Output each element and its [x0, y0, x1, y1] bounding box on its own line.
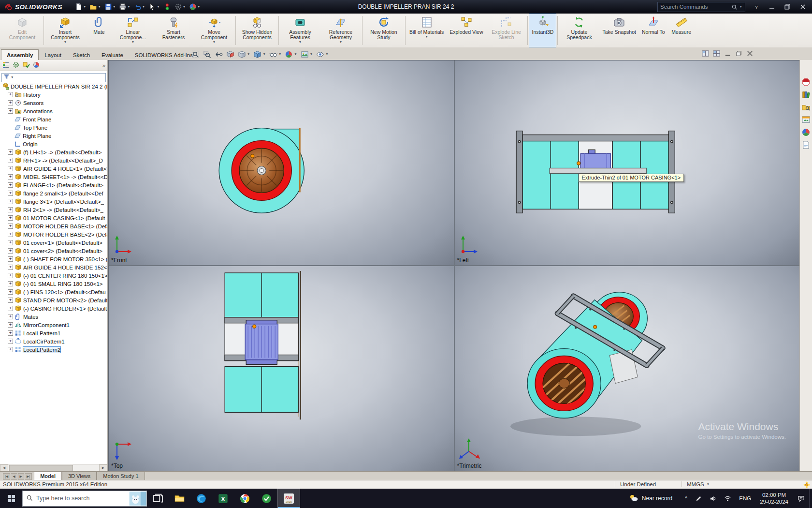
doc-tab-motion-study-1[interactable]: Motion Study 1 [97, 472, 145, 480]
tree-item-mates[interactable]: +Mates [0, 313, 107, 321]
expand-toggle[interactable]: + [8, 191, 13, 196]
expand-toggle[interactable]: + [8, 306, 13, 311]
tree-item-front-plane[interactable]: Front Plane [0, 115, 107, 123]
tree-item-locallpattern2[interactable]: +LocalLPattern2 [0, 345, 107, 354]
tree-item-fins-120-1-default[interactable]: +(-) FINS 120<1> (Default<<Defau [0, 288, 107, 296]
tab-layout[interactable]: Layout [39, 49, 67, 60]
apply-scene-button[interactable]: ▼ [301, 50, 313, 59]
expand-toggle[interactable]: + [8, 289, 13, 295]
expand-toggle[interactable]: + [8, 100, 13, 105]
tree-item-sensors[interactable]: +Sensors [0, 99, 107, 107]
expand-toggle[interactable]: + [8, 314, 13, 319]
dropdown-arrow[interactable]: ▼ [197, 5, 200, 8]
assembly-features-button[interactable]: Assembly Features▼ [280, 14, 320, 47]
weather-widget[interactable]: Near record [620, 493, 681, 504]
viewport-quad-button[interactable] [713, 50, 720, 59]
expand-toggle[interactable]: + [8, 298, 13, 303]
tree-item-f-lh-1-default-d[interactable]: +(f) LH<1> -> (Default<<Default> [0, 148, 107, 156]
action-center-button[interactable] [796, 489, 806, 508]
search-highlight-image-slot[interactable] [129, 492, 146, 506]
expand-toggle[interactable]: + [8, 199, 13, 204]
expand-toggle[interactable]: + [8, 174, 13, 179]
new-document-button[interactable]: ▼ [74, 2, 87, 12]
select-arrow-button[interactable]: ▼ [147, 2, 160, 12]
tree-item-flange-3-1-default-de[interactable]: +flange 3<1> (Default<<Default>_ [0, 197, 107, 206]
dropdown-arrow[interactable]: ▼ [157, 5, 160, 8]
taskbar-search-box[interactable]: Type here to search [22, 491, 147, 507]
close-window-button[interactable] [746, 50, 754, 59]
tree-item-history[interactable]: +History [0, 90, 107, 99]
dropdown-arrow[interactable]: ▼ [294, 53, 297, 56]
options-gear-button[interactable]: ▼ [174, 2, 187, 12]
expand-toggle[interactable]: + [8, 108, 13, 114]
chrome-taskbar-button[interactable] [234, 489, 256, 508]
tree-item-annotations[interactable]: +AAnnotations [0, 107, 107, 115]
exploded-view-button[interactable]: Exploded View [447, 14, 486, 47]
appearance-ball-button[interactable]: ▼ [188, 2, 201, 12]
solidworks-app-taskbar-button[interactable]: SW2015 [277, 488, 300, 508]
dropdown-arrow[interactable]: ▼ [299, 41, 302, 44]
view-palette-tab[interactable] [801, 115, 811, 125]
green-app-taskbar-button[interactable] [256, 489, 277, 508]
tab-sketch[interactable]: Sketch [67, 49, 96, 60]
tree-item-mirrorcomponent1[interactable]: +MirrorComponent1 [0, 321, 107, 329]
clock[interactable]: 02:00 PM 29-02-2024 [755, 492, 793, 505]
tab-assembly[interactable]: Assembly [1, 49, 39, 60]
display-manager-tab[interactable] [32, 61, 40, 70]
tree-item-rh-2-1-default-def[interactable]: +RH 2<1> -> (Default<<Default>_ [0, 206, 107, 214]
expand-toggle[interactable]: + [8, 232, 13, 237]
restore-window-button[interactable] [735, 50, 742, 59]
view-orientation-button[interactable]: ▼ [238, 50, 250, 59]
dropdown-arrow[interactable]: ▼ [247, 53, 250, 56]
linear-compone-button[interactable]: Linear Compone...▼ [113, 14, 153, 47]
pen-tray-button[interactable] [693, 489, 704, 508]
instant3d-button[interactable]: Instant3D [529, 14, 556, 47]
hide-show-items-button[interactable]: ▼ [269, 50, 281, 59]
tab-nav-3[interactable]: ▶| [25, 473, 32, 480]
dropdown-arrow[interactable]: ▼ [98, 5, 101, 8]
configurationmanager-tab[interactable] [22, 61, 30, 70]
dropdown-arrow[interactable]: ▼ [183, 5, 186, 8]
expand-toggle[interactable]: + [8, 330, 13, 336]
dropdown-arrow[interactable]: ▼ [310, 53, 313, 56]
expand-toggle[interactable]: + [8, 265, 13, 270]
tree-item-shaft-for-motor-350[interactable]: +(-) SHAFT FOR MOTOR 350<1> ( [0, 255, 107, 263]
take-snapshot-button[interactable]: Take Snapshot [599, 14, 638, 47]
dropdown-arrow[interactable]: ▼ [339, 41, 342, 44]
save-button[interactable]: ▼ [103, 2, 116, 12]
open-folder-button[interactable]: ▼ [88, 2, 102, 12]
units-selector[interactable]: MMGS ▼ [682, 481, 710, 487]
minimize-button[interactable] [768, 2, 776, 11]
tab-nav-0[interactable]: |◀ [3, 473, 10, 480]
tree-horizontal-scrollbar[interactable]: ◀ ▶ [0, 464, 107, 471]
expand-toggle[interactable]: + [8, 347, 13, 352]
undo-button[interactable]: ▼ [133, 2, 146, 12]
move-component-button[interactable]: Move Component▼ [194, 14, 234, 47]
tree-item-air-guide-4-hole-1-def[interactable]: +AIR GUIDE 4 HOLE<1> (Default< [0, 164, 107, 173]
expand-toggle[interactable]: + [8, 207, 13, 212]
quick-tip-icon[interactable] [803, 481, 810, 488]
expand-toggle[interactable]: + [8, 240, 13, 245]
panel-tabs-overflow[interactable]: » [102, 62, 105, 68]
expand-toggle[interactable]: + [8, 248, 13, 254]
bill-of-materials-button[interactable]: Bill of Materials▼ [406, 14, 447, 47]
previous-view-button[interactable] [215, 50, 223, 59]
section-view-button[interactable] [226, 50, 234, 59]
tree-item-midel-sheet-1-defau[interactable]: +MIDEL SHEET<1> -> (Default<<D [0, 173, 107, 181]
update-speedpack-button[interactable]: Update Speedpack [559, 14, 599, 47]
expand-toggle[interactable]: + [8, 273, 13, 278]
show-desktop-button[interactable] [809, 489, 812, 508]
rebuild-button[interactable] [162, 2, 172, 12]
network-tray-button[interactable] [722, 489, 733, 508]
tree-item-01-cover-1-default-de[interactable]: +01 cover<1> (Default<<Default> [0, 239, 107, 247]
expand-toggle[interactable]: + [8, 92, 13, 97]
dropdown-arrow[interactable]: ▼ [127, 5, 130, 8]
file-explorer-folder-taskbar-button[interactable] [169, 489, 190, 508]
viewport-trimetric[interactable]: Activate Windows Go to Settings to activ… [455, 266, 800, 471]
tree-item-flange-2-small-1-defau[interactable]: +flange 2 small<1> (Default<<Def [0, 189, 107, 197]
restore-button[interactable] [783, 2, 792, 11]
filter-dropdown-arrow[interactable]: ▼ [11, 76, 14, 79]
tab-evaluate[interactable]: Evaluate [96, 49, 129, 60]
expand-toggle[interactable]: + [8, 158, 13, 163]
tree-item-origin[interactable]: Origin [0, 140, 107, 148]
